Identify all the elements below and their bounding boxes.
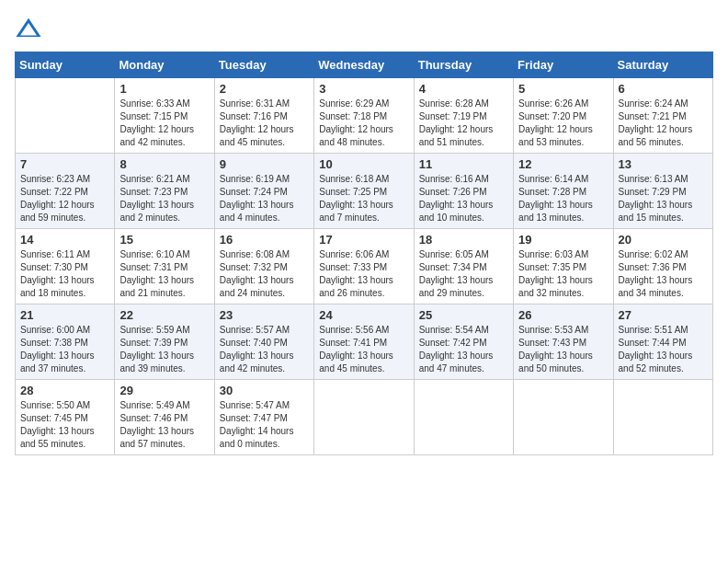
cell-details: Sunrise: 6:00 AMSunset: 7:38 PMDaylight:… [20,324,109,375]
calendar-cell [613,380,712,455]
calendar-cell: 1Sunrise: 6:33 AMSunset: 7:15 PMDaylight… [115,78,214,154]
cell-details: Sunrise: 6:05 AMSunset: 7:34 PMDaylight:… [419,248,508,300]
cell-details: Sunrise: 6:03 AMSunset: 7:35 PMDaylight:… [518,248,608,300]
day-number: 24 [319,308,408,322]
day-number: 18 [419,233,508,247]
day-number: 23 [220,308,309,322]
calendar-header-row: SundayMondayTuesdayWednesdayThursdayFrid… [16,52,713,78]
cell-details: Sunrise: 6:10 AMSunset: 7:31 PMDaylight:… [119,248,209,300]
calendar-cell: 16Sunrise: 6:08 AMSunset: 7:32 PMDayligh… [214,229,313,304]
page-header [15,15,713,42]
weekday-header: Thursday [414,52,513,78]
calendar-cell: 12Sunrise: 6:14 AMSunset: 7:28 PMDayligh… [514,154,613,229]
calendar-cell: 29Sunrise: 5:49 AMSunset: 7:46 PMDayligh… [115,380,214,455]
day-number: 14 [20,233,109,247]
cell-details: Sunrise: 6:24 AMSunset: 7:21 PMDaylight:… [619,98,708,149]
calendar-cell: 24Sunrise: 5:56 AMSunset: 7:41 PMDayligh… [314,304,414,380]
day-number: 27 [619,308,708,322]
cell-details: Sunrise: 6:18 AMSunset: 7:25 PMDaylight:… [319,173,408,224]
calendar-cell: 18Sunrise: 6:05 AMSunset: 7:34 PMDayligh… [414,229,513,304]
weekday-header: Friday [514,52,613,78]
day-number: 22 [119,308,209,322]
day-number: 13 [619,157,708,171]
cell-details: Sunrise: 5:57 AMSunset: 7:40 PMDaylight:… [220,324,309,375]
day-number: 29 [119,384,209,397]
weekday-header: Sunday [16,52,115,78]
weekday-header: Tuesday [214,52,313,78]
day-number: 30 [220,384,309,397]
calendar-cell [414,380,513,455]
calendar-cell: 14Sunrise: 6:11 AMSunset: 7:30 PMDayligh… [16,229,115,304]
calendar-cell: 8Sunrise: 6:21 AMSunset: 7:23 PMDaylight… [115,154,214,229]
calendar-cell: 5Sunrise: 6:26 AMSunset: 7:20 PMDaylight… [514,78,613,154]
calendar-cell: 9Sunrise: 6:19 AMSunset: 7:24 PMDaylight… [214,154,313,229]
day-number: 7 [20,157,109,171]
cell-details: Sunrise: 5:51 AMSunset: 7:44 PMDaylight:… [619,324,708,375]
calendar-cell: 28Sunrise: 5:50 AMSunset: 7:45 PMDayligh… [16,380,115,455]
cell-details: Sunrise: 6:23 AMSunset: 7:22 PMDaylight:… [20,173,109,224]
calendar-week-row: 1Sunrise: 6:33 AMSunset: 7:15 PMDaylight… [16,78,713,154]
logo [15,15,46,42]
calendar-week-row: 14Sunrise: 6:11 AMSunset: 7:30 PMDayligh… [16,229,713,304]
logo-icon [15,15,42,42]
day-number: 19 [518,233,608,247]
day-number: 17 [319,233,408,247]
day-number: 1 [119,82,209,96]
calendar-cell: 17Sunrise: 6:06 AMSunset: 7:33 PMDayligh… [314,229,414,304]
cell-details: Sunrise: 5:59 AMSunset: 7:39 PMDaylight:… [119,324,209,375]
cell-details: Sunrise: 6:29 AMSunset: 7:18 PMDaylight:… [319,98,408,149]
day-number: 9 [220,157,309,171]
cell-details: Sunrise: 6:21 AMSunset: 7:23 PMDaylight:… [119,173,209,224]
day-number: 12 [518,157,608,171]
cell-details: Sunrise: 6:19 AMSunset: 7:24 PMDaylight:… [220,173,309,224]
calendar-cell: 13Sunrise: 6:13 AMSunset: 7:29 PMDayligh… [613,154,712,229]
day-number: 2 [220,82,309,96]
day-number: 20 [619,233,708,247]
cell-details: Sunrise: 6:33 AMSunset: 7:15 PMDaylight:… [119,98,209,149]
day-number: 15 [119,233,209,247]
day-number: 3 [319,82,408,96]
calendar-cell: 6Sunrise: 6:24 AMSunset: 7:21 PMDaylight… [613,78,712,154]
calendar-cell [514,380,613,455]
cell-details: Sunrise: 5:49 AMSunset: 7:46 PMDaylight:… [119,399,209,451]
weekday-header: Monday [115,52,214,78]
cell-details: Sunrise: 5:53 AMSunset: 7:43 PMDaylight:… [518,324,608,375]
calendar-table: SundayMondayTuesdayWednesdayThursdayFrid… [15,52,713,455]
day-number: 8 [119,157,209,171]
weekday-header: Wednesday [314,52,414,78]
cell-details: Sunrise: 6:16 AMSunset: 7:26 PMDaylight:… [419,173,508,224]
day-number: 16 [220,233,309,247]
calendar-cell: 15Sunrise: 6:10 AMSunset: 7:31 PMDayligh… [115,229,214,304]
day-number: 11 [419,157,508,171]
calendar-cell: 10Sunrise: 6:18 AMSunset: 7:25 PMDayligh… [314,154,414,229]
calendar-cell: 19Sunrise: 6:03 AMSunset: 7:35 PMDayligh… [514,229,613,304]
cell-details: Sunrise: 5:47 AMSunset: 7:47 PMDaylight:… [220,399,309,451]
calendar-cell: 2Sunrise: 6:31 AMSunset: 7:16 PMDaylight… [214,78,313,154]
day-number: 28 [20,384,109,397]
day-number: 26 [518,308,608,322]
calendar-cell: 7Sunrise: 6:23 AMSunset: 7:22 PMDaylight… [16,154,115,229]
cell-details: Sunrise: 6:28 AMSunset: 7:19 PMDaylight:… [419,98,508,149]
calendar-cell: 23Sunrise: 5:57 AMSunset: 7:40 PMDayligh… [214,304,313,380]
cell-details: Sunrise: 6:13 AMSunset: 7:29 PMDaylight:… [619,173,708,224]
calendar-cell: 4Sunrise: 6:28 AMSunset: 7:19 PMDaylight… [414,78,513,154]
day-number: 4 [419,82,508,96]
calendar-cell: 21Sunrise: 6:00 AMSunset: 7:38 PMDayligh… [16,304,115,380]
day-number: 21 [20,308,109,322]
calendar-cell: 22Sunrise: 5:59 AMSunset: 7:39 PMDayligh… [115,304,214,380]
cell-details: Sunrise: 6:26 AMSunset: 7:20 PMDaylight:… [518,98,608,149]
calendar-cell [16,78,115,154]
calendar-cell: 11Sunrise: 6:16 AMSunset: 7:26 PMDayligh… [414,154,513,229]
calendar-week-row: 7Sunrise: 6:23 AMSunset: 7:22 PMDaylight… [16,154,713,229]
day-number: 5 [518,82,608,96]
cell-details: Sunrise: 6:08 AMSunset: 7:32 PMDaylight:… [220,248,309,300]
calendar-cell: 30Sunrise: 5:47 AMSunset: 7:47 PMDayligh… [214,380,313,455]
calendar-cell: 27Sunrise: 5:51 AMSunset: 7:44 PMDayligh… [613,304,712,380]
day-number: 10 [319,157,408,171]
calendar-week-row: 28Sunrise: 5:50 AMSunset: 7:45 PMDayligh… [16,380,713,455]
cell-details: Sunrise: 5:50 AMSunset: 7:45 PMDaylight:… [20,399,109,451]
cell-details: Sunrise: 6:14 AMSunset: 7:28 PMDaylight:… [518,173,608,224]
calendar-cell [314,380,414,455]
calendar-cell: 26Sunrise: 5:53 AMSunset: 7:43 PMDayligh… [514,304,613,380]
cell-details: Sunrise: 6:11 AMSunset: 7:30 PMDaylight:… [20,248,109,300]
